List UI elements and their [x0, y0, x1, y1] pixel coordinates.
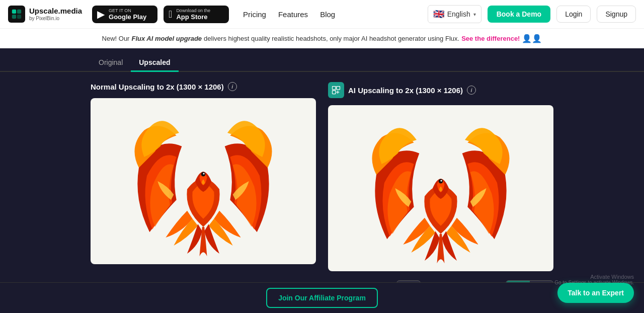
- logo-icon: [8, 6, 25, 23]
- ai-image-frame: [328, 105, 553, 271]
- nav-pricing[interactable]: Pricing: [243, 10, 266, 19]
- logo-sub: by PixelBin.io: [29, 16, 82, 21]
- ai-panel-header: AI Upscaling to 2x (1300 × 1206) i: [328, 82, 553, 98]
- svg-point-5: [203, 173, 204, 174]
- signup-button[interactable]: Signup: [597, 6, 636, 23]
- svg-rect-3: [17, 15, 21, 19]
- announcement-middle: delivers highest quality realistic heads…: [204, 35, 459, 42]
- language-label: English: [447, 10, 470, 18]
- svg-rect-0: [12, 10, 16, 14]
- svg-rect-8: [333, 91, 336, 94]
- ai-info-icon[interactable]: i: [467, 86, 476, 95]
- nav-features[interactable]: Features: [278, 10, 308, 19]
- normal-image-frame: [91, 98, 316, 264]
- ai-phoenix-image: [360, 110, 521, 266]
- language-selector[interactable]: 🇬🇧 English ▾: [428, 5, 481, 23]
- chevron-down-icon: ▾: [473, 12, 476, 17]
- svg-rect-6: [333, 87, 336, 90]
- ai-upscale-badge: [328, 82, 344, 98]
- affiliate-program-button[interactable]: Join Our Affiliate Program: [266, 288, 378, 308]
- google-play-button[interactable]: ▶ GET IT ON Google Play: [92, 6, 157, 23]
- logo-text: Upscale.media by PixelBin.io: [29, 7, 82, 21]
- svg-point-10: [440, 180, 442, 181]
- app-store-text: Download on the App Store: [176, 8, 210, 21]
- person-icons: 👤👤: [522, 34, 542, 43]
- nav-blog[interactable]: Blog: [320, 10, 335, 19]
- normal-upscaling-panel: Normal Upscaling to 2x (1300 × 1206) i: [91, 82, 316, 294]
- normal-panel-header: Normal Upscaling to 2x (1300 × 1206) i: [91, 82, 316, 91]
- flag-icon: 🇬🇧: [433, 9, 444, 20]
- svg-rect-1: [17, 10, 21, 14]
- main-content: Normal Upscaling to 2x (1300 × 1206) i: [0, 72, 644, 313]
- announcement-bar: New! Our Flux AI model upgrade delivers …: [0, 28, 644, 48]
- navbar: Upscale.media by PixelBin.io ▶ GET IT ON…: [0, 0, 644, 28]
- login-button[interactable]: Login: [556, 6, 591, 23]
- announcement-highlight: Flux AI model upgrade: [131, 35, 202, 42]
- google-play-icon: ▶: [97, 8, 105, 20]
- see-difference-link[interactable]: See the difference!: [461, 35, 520, 42]
- normal-phoenix-image: [123, 103, 284, 259]
- logo-main: Upscale.media: [29, 7, 82, 16]
- google-play-text: GET IT ON Google Play: [109, 8, 146, 21]
- app-store-button[interactable]:  Download on the App Store: [164, 6, 229, 23]
- ai-upscale-icon: [331, 85, 341, 95]
- ai-panel-title: AI Upscaling to 2x (1300 × 1206): [348, 86, 463, 95]
- apple-icon: : [169, 9, 172, 20]
- comparison-grid: Normal Upscaling to 2x (1300 × 1206) i: [91, 82, 553, 294]
- tab-original[interactable]: Original: [91, 54, 131, 72]
- svg-rect-2: [12, 15, 16, 19]
- svg-rect-7: [337, 87, 340, 90]
- nav-links: Pricing Features Blog: [243, 10, 422, 19]
- normal-panel-title: Normal Upscaling to 2x (1300 × 1206): [91, 83, 224, 91]
- announcement-prefix: New! Our: [102, 35, 130, 42]
- book-demo-button[interactable]: Book a Demo: [488, 6, 550, 23]
- activate-windows-title: Activate Windows: [554, 274, 634, 280]
- normal-info-icon[interactable]: i: [228, 82, 237, 91]
- logo-area: Upscale.media by PixelBin.io: [8, 6, 82, 23]
- talk-to-expert-button[interactable]: Talk to an Expert: [557, 283, 634, 303]
- tabs-row: Original Upscaled: [0, 48, 644, 72]
- ai-upscaling-panel: AI Upscaling to 2x (1300 × 1206) i: [328, 82, 553, 294]
- tab-upscaled[interactable]: Upscaled: [131, 54, 178, 72]
- bottom-bar: Join Our Affiliate Program: [0, 282, 644, 313]
